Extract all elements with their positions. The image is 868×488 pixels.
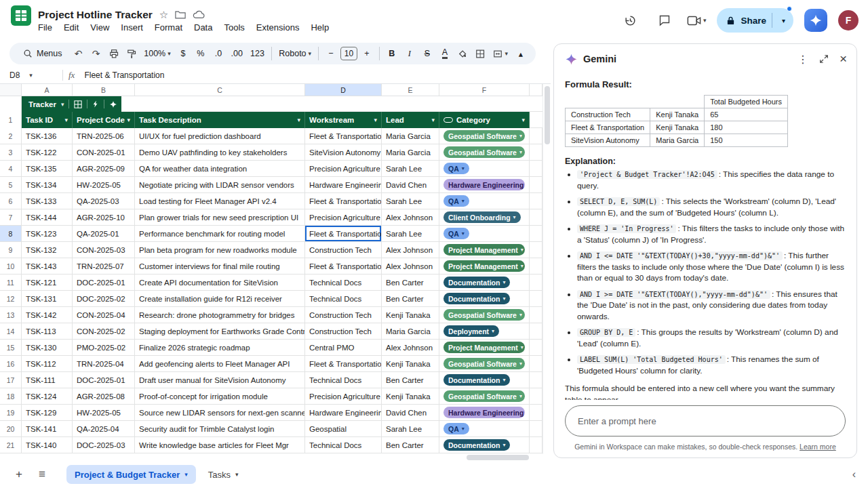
row-number[interactable]: 1	[0, 112, 22, 128]
more-formats-button[interactable]: 123	[247, 45, 267, 62]
cell-workstream[interactable]: Technical Docs	[305, 274, 382, 290]
cell-lead[interactable]: Sarah Lee	[382, 193, 439, 209]
filter-chevron-icon[interactable]: ▾	[521, 117, 525, 123]
expand-panel-icon[interactable]	[819, 54, 829, 64]
cell-category[interactable]: Documentation ▾	[439, 372, 530, 388]
horizontal-scrollbar-thumb[interactable]	[467, 455, 529, 460]
strikethrough-button[interactable]: S	[419, 45, 435, 62]
decrease-decimals-button[interactable]: .0	[210, 45, 226, 62]
header-workstream[interactable]: Workstream▾	[305, 112, 382, 128]
cell-category[interactable]: Deployment ▾	[439, 323, 530, 339]
table-grid-icon[interactable]	[74, 100, 82, 108]
category-chip[interactable]: Geospatial Software ▾	[443, 309, 525, 321]
cell-category[interactable]: QA ▾	[439, 161, 530, 176]
cell-task-id[interactable]: TSK-113	[22, 323, 73, 339]
cell-project-code[interactable]: HW-2025-05	[73, 405, 135, 420]
menu-data[interactable]: Data	[194, 22, 212, 33]
cell-workstream[interactable]: Technical Docs	[305, 437, 382, 453]
cell-workstream[interactable]: Construction Tech	[305, 323, 382, 339]
cell-workstream[interactable]: Fleet & Transportation	[305, 258, 382, 274]
cell-lead[interactable]: David Chen	[382, 405, 439, 420]
header-lead[interactable]: Lead▾	[382, 112, 439, 128]
cell-task-id[interactable]: TSK-143	[22, 258, 73, 274]
table-name-chip[interactable]: Tracker ▾	[22, 96, 121, 112]
gemini-button[interactable]	[804, 9, 827, 32]
cell-category[interactable]: Geospatial Software ▾	[439, 388, 530, 404]
cell-workstream[interactable]: Technical Docs	[305, 372, 382, 388]
select-all-corner[interactable]	[0, 84, 22, 96]
category-chip[interactable]: QA ▾	[443, 423, 469, 434]
cell-lead[interactable]: Sarah Lee	[382, 226, 439, 241]
header-category[interactable]: Category▾	[439, 112, 530, 128]
column-header-e[interactable]: E	[382, 84, 439, 96]
cell-task-description[interactable]: Plan grower trials for new seed prescrip…	[135, 209, 305, 225]
menu-format[interactable]: Format	[155, 22, 182, 33]
cell-empty[interactable]	[530, 340, 542, 355]
menus-button[interactable]: Menus	[16, 45, 69, 62]
cloud-status-icon[interactable]	[193, 10, 205, 19]
format-currency-button[interactable]: $	[175, 45, 191, 62]
cell-empty[interactable]	[530, 274, 542, 290]
cell-empty[interactable]	[530, 209, 542, 225]
cell-lead[interactable]: Kenji Tanaka	[382, 356, 439, 371]
cell-category[interactable]: Geospatial Software ▾	[439, 144, 530, 160]
cell-workstream[interactable]: Precision Agriculture	[305, 209, 382, 225]
cell-category[interactable]: Geospatial Software ▾	[439, 307, 530, 323]
cell-empty[interactable]	[530, 437, 542, 453]
category-chip[interactable]: Documentation ▾	[443, 374, 510, 386]
increase-font-size-button[interactable]: +	[359, 45, 375, 62]
filter-chevron-icon[interactable]: ▾	[374, 117, 377, 123]
category-chip[interactable]: Documentation ▾	[443, 293, 510, 304]
cell-workstream[interactable]: Construction Tech	[305, 307, 382, 323]
cell-task-id[interactable]: TSK-136	[22, 128, 73, 144]
cell-task-description[interactable]: Write knowledge base articles for Fleet …	[135, 437, 305, 453]
category-chip[interactable]: Documentation ▾	[443, 439, 510, 451]
cell-lead[interactable]: Sarah Lee	[382, 161, 439, 176]
cell-empty[interactable]	[530, 128, 542, 144]
increase-decimals-button[interactable]: .00	[228, 45, 246, 62]
category-chip[interactable]: Project Management ▾	[443, 342, 525, 353]
header-task-description[interactable]: Task Description▾	[135, 112, 305, 128]
cell-workstream[interactable]: Fleet & Transportation	[305, 193, 382, 209]
row-number[interactable]: 19	[0, 405, 22, 420]
cell-task-id[interactable]: TSK-142	[22, 307, 73, 323]
row-number[interactable]: 14	[0, 323, 22, 339]
cell-task-description[interactable]: Proof-of-concept for irrigation module	[135, 388, 305, 404]
cell-lead[interactable]: Alex Johnson	[382, 258, 439, 274]
star-icon[interactable]: ☆	[159, 9, 168, 20]
row-number[interactable]: 11	[0, 274, 22, 290]
cell-empty[interactable]	[530, 372, 542, 388]
category-chip[interactable]: Documentation ▾	[443, 277, 510, 288]
avatar[interactable]: F	[838, 10, 859, 30]
cell-empty[interactable]	[530, 291, 542, 306]
cell-task-id[interactable]: TSK-133	[22, 193, 73, 209]
empty-cells[interactable]	[121, 96, 551, 112]
comment-icon[interactable]	[653, 9, 676, 32]
category-chip[interactable]: Geospatial Software ▾	[443, 390, 525, 402]
cell-lead[interactable]: Kenji Tanaka	[382, 388, 439, 404]
category-chip[interactable]: QA ▾	[443, 228, 469, 239]
cell-task-id[interactable]: TSK-144	[22, 209, 73, 225]
cell-workstream[interactable]: Fleet & Transportation	[305, 128, 382, 144]
cell-workstream[interactable]: Construction Tech	[305, 242, 382, 258]
cell-task-id[interactable]: TSK-131	[22, 291, 73, 306]
category-chip[interactable]: Project Management ▾	[443, 244, 525, 256]
row-number[interactable]: 7	[0, 209, 22, 225]
row-number[interactable]: 9	[0, 242, 22, 258]
font-select[interactable]: Roboto ▾	[276, 45, 314, 62]
cell-project-code[interactable]: PMO-2025-02	[73, 340, 135, 355]
cell-project-code[interactable]: DOC-2025-03	[73, 437, 135, 453]
category-chip[interactable]: QA ▾	[443, 163, 469, 174]
cell-project-code[interactable]: CON-2025-01	[73, 144, 135, 160]
cell-empty[interactable]	[530, 307, 542, 323]
cell-task-description[interactable]: Customer interviews for final mile routi…	[135, 258, 305, 274]
column-header-a[interactable]: A	[22, 84, 73, 96]
menu-edit[interactable]: Edit	[64, 22, 79, 33]
cell-empty[interactable]	[530, 226, 542, 241]
cell-category[interactable]: Documentation ▾	[439, 291, 530, 306]
category-chip[interactable]: Geospatial Software ▾	[443, 358, 525, 369]
prompt-box[interactable]	[565, 405, 846, 436]
row-number[interactable]: 3	[0, 144, 22, 160]
font-size-input[interactable]: 10	[340, 47, 357, 60]
column-header-partial[interactable]	[530, 84, 542, 96]
